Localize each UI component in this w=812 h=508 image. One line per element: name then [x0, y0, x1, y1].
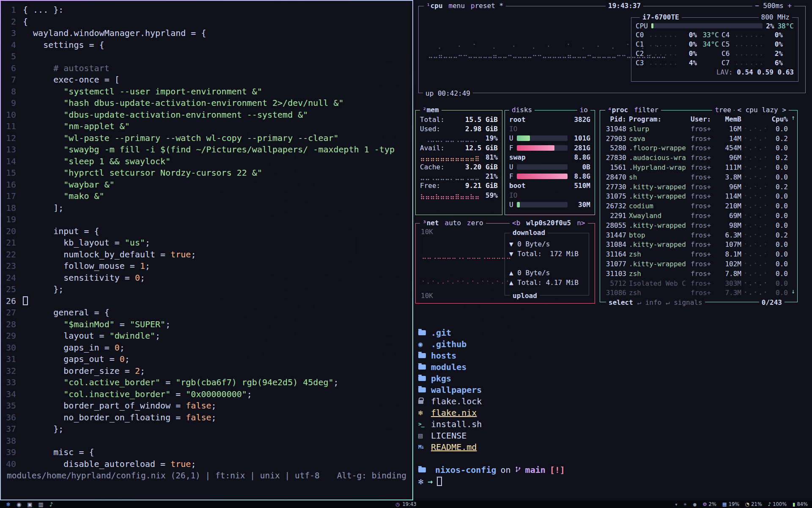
code-line[interactable]: 11 "nm-applet &" [1, 121, 412, 133]
files-icon[interactable]: ▥ [38, 501, 44, 508]
process-row[interactable]: 27903cavafros+14M⠂⠄⠂⠄⠂0.2 [600, 134, 797, 144]
code-line[interactable]: 27 general = { [1, 307, 412, 319]
code-line[interactable]: 38 [1, 435, 412, 447]
process-row[interactable]: 1561.Hyprland-wrapfros+111M⠂⠄⠂⠄⠂0.0 [600, 163, 797, 173]
bar-clock[interactable]: ◷ 19:43 [395, 501, 416, 507]
cpu-total-row: CPU 2% 38°C [631, 21, 798, 30]
prompt-input-line[interactable]: ✻ → [418, 475, 812, 487]
code-line[interactable]: 39 misc = { [1, 447, 412, 458]
code-line[interactable]: 33 "col.active_border" = "rgb(cba6f7) rg… [1, 377, 412, 389]
code-line[interactable]: 29 layout = "dwindle"; [1, 330, 412, 342]
code-line[interactable]: 19 [1, 214, 412, 226]
code-area[interactable]: 1{ ... }:2{3 wayland.windowManager.hyprl… [1, 1, 412, 470]
process-row[interactable]: 31948slurpfros+16M⠂⠄⠂⠄⠂0.0 [600, 124, 797, 134]
select-button[interactable]: select [609, 298, 633, 306]
net-auto-button[interactable]: auto [445, 219, 461, 227]
iface-next-button[interactable]: n> [577, 219, 585, 227]
code-line[interactable]: 5 [1, 51, 412, 63]
process-row[interactable]: 31447btopfros+6.3M⠂⠄⠂⠄⠂0.2 [600, 231, 797, 240]
code-line[interactable]: 2{ [1, 16, 412, 28]
music-icon[interactable]: ♪ [49, 501, 53, 508]
process-row[interactable]: 31086zshfros+7.3M⠂⠄⠂⠄⠂0.0 [600, 288, 797, 298]
process-row[interactable]: 27830.audacious-wrafros+96M⠂⠄⠂⠄⠂0.2 [600, 153, 797, 163]
terminal-icon[interactable]: ▣ [27, 501, 32, 508]
tray-icon[interactable]: ▾ [675, 502, 678, 507]
scroll-down-icon[interactable]: ↓ [791, 287, 795, 295]
code-line[interactable]: 20 input = { [1, 226, 412, 237]
process-row[interactable]: 5280.floorp-wrappefros+454M⠂⠄⠂⠄⠂0.0 [600, 144, 797, 153]
code-line[interactable]: 37 }; [1, 423, 412, 435]
code-line[interactable]: 16 "waybar &" [1, 179, 412, 191]
interval-plus-button[interactable]: + [787, 2, 792, 10]
signals-button[interactable]: signals [674, 298, 702, 306]
code-line[interactable]: 6 # autostart [1, 63, 412, 75]
code-line[interactable]: 10 "dbus-update-activation-environment -… [1, 109, 412, 121]
tree-button[interactable]: tree [715, 106, 731, 114]
code-line[interactable]: 25 }; [1, 284, 412, 295]
code-line[interactable]: 28 "$mainMod" = "SUPER"; [1, 319, 412, 331]
editor-window[interactable]: 1{ ... }:2{3 wayland.windowManager.hyprl… [0, 0, 413, 500]
code-line[interactable]: 9 "hash dbus-update-activation-environme… [1, 97, 412, 109]
scroll-up-icon[interactable]: ↑ [791, 114, 795, 121]
process-row[interactable]: 26732codiumfros+210M⠂⠄⠂⠄⠂0.0 [600, 202, 797, 211]
code-line[interactable]: 1{ ... }: [1, 4, 412, 16]
process-row[interactable]: 27730.kitty-wrappedfros+96M⠂⠄⠂⠄⠂0.2 [600, 182, 797, 192]
code-line[interactable]: 17 "mako &" [1, 190, 412, 202]
code-line[interactable]: 3 wayland.windowManager.hyprland = { [1, 28, 412, 39]
tray-icon[interactable]: ● [693, 502, 697, 507]
preset-button[interactable]: preset * [471, 2, 503, 10]
code-line[interactable]: 15 "hyprctl setcursor Nordzy-cursors 22 … [1, 167, 412, 179]
disk-usage-module[interactable]: ◔21% [745, 501, 762, 507]
code-line[interactable]: 36 no_border_on_floating = false; [1, 412, 412, 424]
core-pct: 2% [768, 49, 783, 58]
code-line[interactable]: 40 disable_autoreload = true; [1, 458, 412, 470]
code-line[interactable]: 32 border_size = 2; [1, 365, 412, 377]
disks-box-title[interactable]: disks [512, 106, 532, 114]
code-line[interactable]: 4 settings = { [1, 39, 412, 51]
process-row[interactable]: 28470shfros+3.8M⠂⠄⠂⠄⠂0.0 [600, 173, 797, 182]
sort-selector[interactable]: < cpu lazy > [737, 106, 786, 114]
code-line[interactable]: 13 "swaybg -m fill -i $(find ~/Pictures/… [1, 144, 412, 156]
net-zero-button[interactable]: zero [467, 219, 483, 227]
iface-prev-button[interactable]: <b [512, 219, 520, 227]
code-line[interactable]: 24 sensitivity = 0; [1, 272, 412, 284]
io-mode-button[interactable]: io [580, 106, 588, 114]
code-line[interactable]: 35 border_part_of_window = false; [1, 400, 412, 412]
process-row[interactable]: 5712Isolated Web Cfros+303M⠂⠄⠂⠄⠂0.0 [600, 279, 797, 289]
process-row[interactable]: 31075.kitty-wrappedfros+114M⠂⠄⠂⠄⠂0.0 [600, 192, 797, 202]
info-button[interactable]: info [645, 298, 662, 306]
filter-button[interactable]: filter [634, 106, 658, 114]
code-line[interactable]: 18 ]; [1, 202, 412, 214]
code-line[interactable]: 26 [1, 295, 412, 307]
memory-usage-module[interactable]: ▦19% [722, 501, 739, 507]
code-line[interactable]: 22 numlock_by_default = true; [1, 249, 412, 261]
code-line[interactable]: 14 "sleep 1 && swaylock" [1, 156, 412, 168]
volume-module[interactable]: ♪100% [768, 501, 787, 507]
nix-icon: ❄ [418, 409, 431, 417]
code-line[interactable]: 12 "wl-paste --primary --watch wl-copy -… [1, 133, 412, 144]
bar-right: ▾☀●⚙2%▦19%◔21%♪100%▮84% [675, 501, 812, 507]
code-line[interactable]: 8 "systemctl --user import-environment &… [1, 86, 412, 98]
code-line[interactable]: 21 kb_layout = "us"; [1, 237, 412, 249]
process-row[interactable]: 31164zshfros+8.1M⠂⠄⠂⠄⠂0.0 [600, 250, 797, 260]
core-pct: 0% [682, 49, 697, 58]
terminal-window[interactable]: .git◉.githubhostsmodulespkgswallpapersfl… [413, 317, 812, 500]
battery-module[interactable]: ▮84% [793, 501, 808, 507]
code-line[interactable]: 34 "col.inactive_border" = "0x00000000"; [1, 389, 412, 400]
code-line[interactable]: 7 exec-once = [ [1, 74, 412, 86]
interval-minus-button[interactable]: − [755, 2, 759, 10]
process-row[interactable]: 31084.kitty-wrappedfros+107M⠂⠄⠂⠄⠂0.0 [600, 240, 797, 250]
code-line[interactable]: 23 follow_mouse = 1; [1, 260, 412, 272]
code-line[interactable]: 31 gaps_out = 0; [1, 353, 412, 365]
process-row[interactable]: 31103zshfros+7.8M⠂⠄⠂⠄⠂0.0 [600, 269, 797, 279]
process-row[interactable]: 31077.kitty-wrappedfros+102M⠂⠄⠂⠄⠂0.0 [600, 260, 797, 269]
menu-button[interactable]: menu [449, 2, 465, 10]
nixos-logo-icon[interactable]: ❄ [6, 501, 11, 508]
line-content [23, 295, 28, 307]
cpu-usage-module[interactable]: ⚙2% [702, 501, 716, 507]
code-line[interactable]: 30 gaps_in = 0; [1, 342, 412, 354]
process-row[interactable]: 2291Xwaylandfros+69M⠂⠄⠂⠄⠂0.0 [600, 211, 797, 221]
process-row[interactable]: 28055.kitty-wrappedfros+98M⠂⠄⠂⠄⠂0.0 [600, 221, 797, 231]
browser-icon[interactable]: ◉ [16, 501, 21, 508]
tray-icon[interactable]: ☀ [683, 502, 687, 507]
